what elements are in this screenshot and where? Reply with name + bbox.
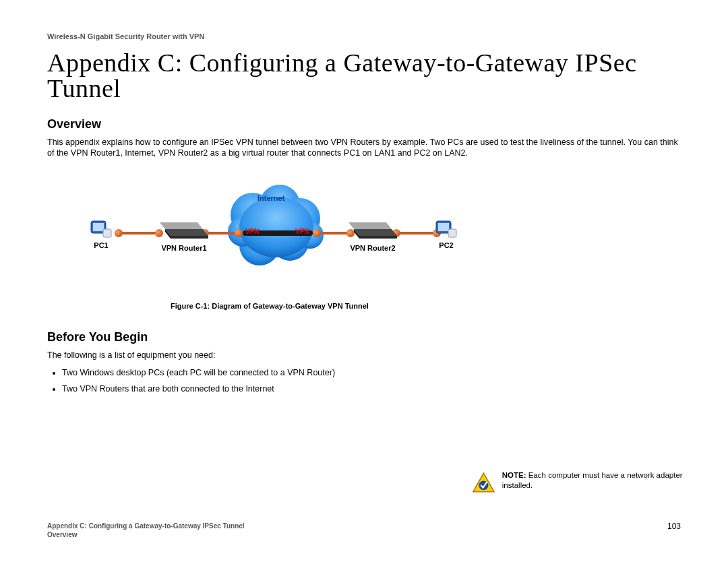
svg-rect-22 — [448, 229, 456, 237]
equipment-list: Two Windows desktop PCs (each PC will be… — [47, 367, 681, 395]
connector-dot — [235, 229, 243, 237]
svg-marker-17 — [348, 222, 392, 229]
pc-icon — [435, 220, 458, 240]
figure-c1: Internet VPN VPN — [67, 171, 472, 310]
list-item: Two VPN Routers that are both connected … — [62, 383, 681, 394]
footer-breadcrumb: Appendix C: Configuring a Gateway-to-Gat… — [47, 522, 245, 539]
vpn-label-left: VPN — [245, 228, 260, 235]
router2-label: VPN Router2 — [346, 244, 399, 252]
svg-marker-12 — [160, 222, 203, 229]
svg-rect-21 — [438, 223, 449, 231]
note-callout: NOTE: Each computer must have a network … — [472, 470, 688, 495]
before-intro: The following is a list of equipment you… — [47, 350, 681, 361]
connector-dot — [115, 229, 123, 237]
figure-caption: Figure C-1: Diagram of Gateway-to-Gatewa… — [67, 302, 472, 310]
page-number: 103 — [667, 522, 681, 539]
svg-rect-10 — [103, 229, 111, 237]
vpn-label-right: VPN — [295, 228, 309, 235]
internet-label: Internet — [257, 194, 284, 202]
connector-line — [395, 232, 435, 235]
pc1-label: PC1 — [88, 241, 115, 249]
alert-triangle-icon — [472, 470, 495, 495]
router-icon — [160, 222, 208, 243]
product-header: Wireless-N Gigabit Security Router with … — [47, 32, 681, 40]
svg-rect-9 — [93, 223, 104, 231]
connector-line — [117, 232, 158, 235]
svg-marker-16 — [354, 229, 397, 236]
note-label: NOTE: — [502, 471, 526, 479]
before-heading: Before You Begin — [47, 330, 681, 344]
router1-label: VPN Router1 — [158, 244, 210, 252]
svg-marker-15 — [171, 236, 208, 239]
note-text: Each computer must have a network adapte… — [502, 471, 683, 489]
connector-dot — [313, 229, 321, 237]
overview-heading: Overview — [47, 117, 681, 131]
svg-marker-19 — [359, 236, 397, 239]
list-item: Two Windows desktop PCs (each PC will be… — [62, 367, 681, 378]
svg-point-7 — [239, 197, 313, 257]
svg-marker-11 — [165, 229, 208, 236]
pc-icon — [90, 220, 113, 240]
router-icon — [348, 222, 397, 243]
page-title: Appendix C: Configuring a Gateway-to-Gat… — [47, 50, 681, 101]
pc2-label: PC2 — [433, 241, 460, 249]
overview-text: This appendix explains how to configure … — [47, 137, 681, 159]
internet-cloud-icon — [222, 178, 330, 272]
